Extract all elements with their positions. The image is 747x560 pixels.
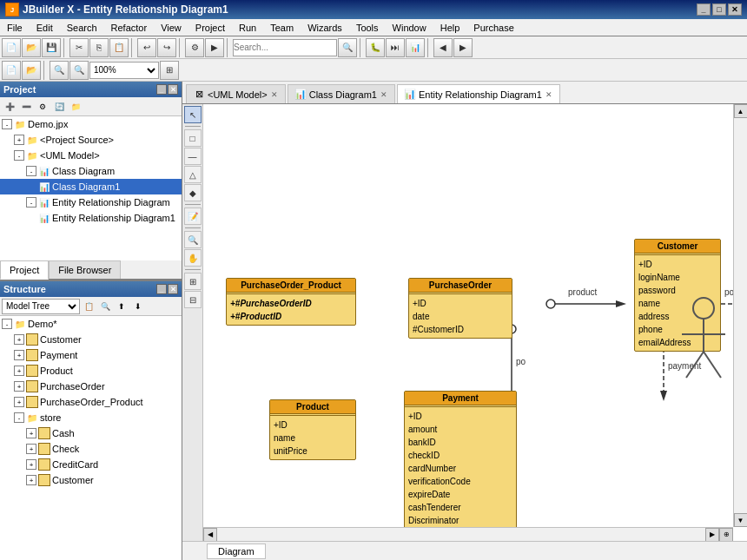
zoom-in-btn[interactable]: 🔍: [50, 61, 69, 80]
tree-struct-customer[interactable]: + Customer: [0, 332, 182, 347]
note-tool[interactable]: 📝: [184, 208, 202, 225]
proj-add-btn[interactable]: ➕: [2, 99, 17, 115]
cut-btn[interactable]: ✂: [69, 38, 89, 57]
title-bar-controls[interactable]: _ □ ✕: [697, 3, 742, 16]
menu-team[interactable]: Team: [263, 19, 301, 36]
expand-source[interactable]: +: [14, 135, 24, 145]
tree-project-source[interactable]: + 📁 <Project Source>: [0, 132, 182, 148]
expand-struct-store[interactable]: -: [14, 412, 24, 423]
tree-struct-check[interactable]: + Check: [0, 441, 182, 457]
profile-btn[interactable]: 📊: [406, 38, 425, 57]
struct-btn2[interactable]: 🔍: [97, 299, 113, 314]
menu-window[interactable]: Window: [386, 19, 433, 36]
tree-struct-payment[interactable]: + Payment: [0, 347, 182, 363]
entity-purchase-order-product[interactable]: PurchaseOrder_Product +#PurchaseOrderID …: [226, 278, 356, 326]
bottom-tab-diagram[interactable]: Diagram: [207, 544, 266, 559]
proj-icon-btn[interactable]: 📁: [68, 99, 83, 115]
menu-wizards[interactable]: Wizards: [301, 19, 349, 36]
struct-minimize-btn[interactable]: _: [156, 284, 167, 294]
horizontal-scrollbar[interactable]: ◀ ▶ ⊕: [203, 527, 733, 541]
tree-class-diagram1[interactable]: 📊 Class Diagram1: [0, 179, 182, 194]
zoom-fit-btn[interactable]: ⊞: [160, 61, 179, 80]
open2-btn[interactable]: 📂: [22, 61, 41, 80]
tree-struct-customer2[interactable]: + Customer: [0, 472, 182, 488]
assoc-tool[interactable]: —: [184, 148, 202, 165]
struct-panel-btns[interactable]: _ ✕: [156, 284, 178, 294]
expand-struct-pop[interactable]: +: [14, 397, 24, 407]
redo-btn[interactable]: ↪: [157, 38, 176, 57]
struct-close-btn[interactable]: ✕: [168, 284, 178, 294]
menu-file[interactable]: File: [0, 19, 30, 36]
h-scroll-right[interactable]: ▶: [705, 528, 719, 542]
select-tool[interactable]: ↖: [184, 106, 202, 123]
project-close-btn[interactable]: ✕: [168, 84, 178, 95]
paste-btn[interactable]: 📋: [109, 38, 129, 57]
tab-file-browser[interactable]: File Browser: [49, 260, 121, 279]
erd-tab-close[interactable]: ✕: [545, 90, 552, 99]
menu-help[interactable]: Help: [433, 19, 467, 36]
menu-search[interactable]: Search: [60, 19, 104, 36]
tab-class-diagram1[interactable]: 📊 Class Diagram1 ✕: [288, 84, 395, 103]
proj-remove-btn[interactable]: ➖: [18, 99, 34, 115]
open-btn[interactable]: 📂: [22, 38, 41, 57]
class-tab-close[interactable]: ✕: [380, 90, 387, 99]
expand-demo-star[interactable]: -: [2, 319, 12, 329]
undo-btn[interactable]: ↩: [137, 38, 156, 57]
menu-project[interactable]: Project: [188, 19, 232, 36]
entity-purchase-order[interactable]: PurchaseOrder +ID date #CustomerID: [408, 278, 512, 339]
expand-struct-po[interactable]: +: [14, 381, 24, 392]
tab-project[interactable]: Project: [0, 260, 49, 280]
expand-struct-customer[interactable]: +: [14, 334, 24, 345]
zoom-out-btn[interactable]: 🔍: [69, 61, 89, 80]
menu-purchase[interactable]: Purchase: [466, 19, 520, 36]
inherit-tool[interactable]: △: [184, 166, 202, 183]
v-scroll-down[interactable]: ▼: [734, 513, 748, 527]
expand-struct-cc[interactable]: +: [26, 459, 36, 470]
new2-btn[interactable]: 📄: [2, 61, 21, 80]
tab-erd1[interactable]: 📊 Entity Relationship Diagram1 ✕: [397, 84, 560, 103]
menu-edit[interactable]: Edit: [30, 19, 60, 36]
extra-tool2[interactable]: ⊟: [184, 291, 202, 308]
maximize-btn[interactable]: □: [712, 3, 726, 16]
project-minimize-btn[interactable]: _: [156, 84, 167, 95]
entity-payment[interactable]: Payment +ID amount bankID checkID cardNu…: [404, 391, 517, 541]
tree-struct-cash[interactable]: + Cash: [0, 425, 182, 441]
uml-tab-close[interactable]: ✕: [271, 90, 278, 99]
expand-erd[interactable]: -: [26, 197, 36, 208]
fwd-btn[interactable]: ▶: [453, 38, 473, 57]
proj-refresh-btn[interactable]: 🔄: [51, 99, 67, 115]
tree-struct-creditcard[interactable]: + CreditCard: [0, 457, 182, 472]
tree-class-diagram[interactable]: - 📊 Class Diagram: [0, 163, 182, 179]
zoom-tool[interactable]: 🔍: [184, 231, 202, 248]
h-scroll-left[interactable]: ◀: [203, 528, 217, 542]
vertical-scrollbar[interactable]: ▲ ▼: [733, 104, 747, 527]
struct-btn1[interactable]: 📋: [81, 299, 96, 314]
proj-settings-btn[interactable]: ⚙: [35, 99, 50, 115]
expand-uml[interactable]: -: [14, 150, 24, 161]
menu-refactor[interactable]: Refactor: [104, 19, 155, 36]
struct-btn3[interactable]: ⬆: [114, 299, 129, 314]
tree-struct-pop[interactable]: + PurchaseOrder_Product: [0, 394, 182, 410]
back-btn[interactable]: ◀: [433, 38, 453, 57]
close-btn[interactable]: ✕: [728, 3, 742, 16]
expand-struct-product[interactable]: +: [14, 366, 24, 376]
new-btn[interactable]: 📄: [2, 38, 21, 57]
pan-tool[interactable]: ✋: [184, 249, 202, 267]
expand-struct-cash[interactable]: +: [26, 428, 36, 438]
debug-btn[interactable]: 🐛: [366, 38, 385, 57]
tree-erd[interactable]: - 📊 Entity Relationship Diagram: [0, 194, 182, 210]
struct-btn4[interactable]: ⬇: [130, 299, 146, 314]
v-scroll-up[interactable]: ▲: [734, 104, 748, 118]
minimize-btn[interactable]: _: [697, 3, 711, 16]
tree-struct-purchaseorder[interactable]: + PurchaseOrder: [0, 379, 182, 394]
model-tree-combo[interactable]: Model Tree: [2, 299, 80, 314]
save-btn[interactable]: 💾: [42, 38, 61, 57]
expand-class[interactable]: -: [26, 166, 36, 176]
expand-struct-customer2[interactable]: +: [26, 475, 36, 485]
entity-product[interactable]: Product +ID name unitPrice: [269, 399, 356, 460]
tab-uml-model[interactable]: ⊠ <UML Model> ✕: [186, 84, 286, 103]
build-btn[interactable]: ⚙: [185, 38, 204, 57]
step-btn[interactable]: ⏭: [386, 38, 405, 57]
search-input[interactable]: [233, 39, 337, 56]
extra-tool1[interactable]: ⊞: [184, 273, 202, 290]
